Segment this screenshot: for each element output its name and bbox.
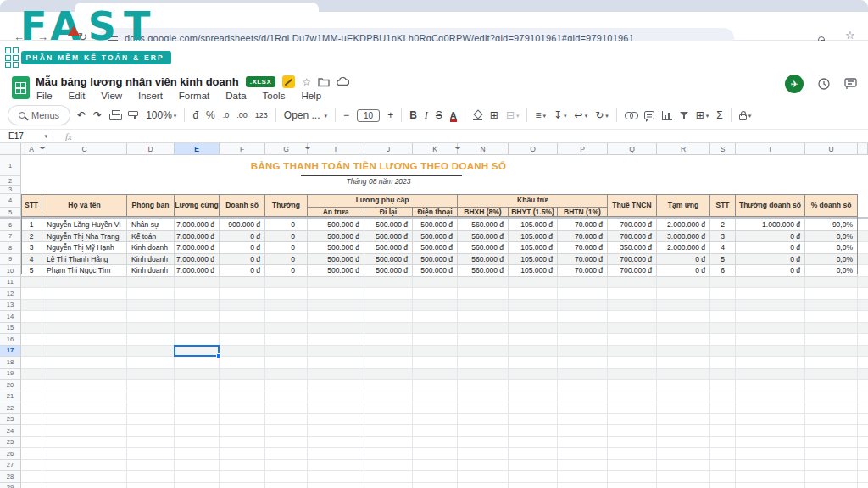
cell-r10-cF[interactable]: 0 đ (220, 265, 265, 277)
decrease-decimal-icon[interactable]: .0 (223, 112, 230, 119)
cell-r10-cK[interactable]: 500.000 đ (413, 265, 458, 277)
table-subheader-BHTN (1%)[interactable]: BHTN (1%) (558, 208, 608, 217)
cell-r6-cQ[interactable]: 700.000 đ (608, 219, 657, 231)
cell-r8-cO[interactable]: 105.000 đ (509, 242, 558, 254)
menu-file[interactable]: File (36, 91, 53, 101)
merge-cells-icon[interactable]: ⊟▾ (506, 110, 520, 120)
column-header-E[interactable]: E (175, 143, 220, 155)
cell-r8-cT[interactable]: 0 đ (736, 242, 805, 254)
table-header-STT[interactable]: STT (21, 194, 42, 217)
cell-r7-cG[interactable]: 0 (265, 231, 308, 243)
row-header-2[interactable]: 2 (0, 176, 21, 186)
row-header-22[interactable]: 22 (0, 402, 21, 414)
cell-r9-cU[interactable]: 0,0% (805, 254, 858, 266)
cell-r9-cG[interactable]: 0 (265, 254, 308, 266)
row-header-9[interactable]: 9 (0, 254, 21, 266)
undo-icon[interactable]: ↶ (77, 110, 86, 120)
cell-r9-cP[interactable]: 70.000 đ (558, 254, 608, 266)
cell-r7-cD[interactable]: Kế toán (127, 231, 175, 243)
cell-r6-cP[interactable]: 70.000 đ (558, 219, 608, 231)
browser-tab[interactable] (75, 3, 319, 12)
table-header-% doanh số[interactable]: % doanh số (805, 194, 858, 217)
cell-r6-cN[interactable]: 560.000 đ (458, 219, 509, 231)
cell-r7-cN[interactable]: 560.000 đ (458, 231, 509, 243)
row-header-8[interactable]: 8 (0, 242, 21, 254)
row-header-15[interactable]: 15 (0, 323, 21, 335)
cell-r8-cF[interactable]: 0 đ (220, 242, 265, 254)
name-box-caret-icon[interactable]: ▾ (44, 133, 47, 140)
cell-r10-cN[interactable]: 560.000 đ (458, 265, 509, 277)
increase-decimal-icon[interactable]: .00 (236, 112, 248, 119)
cell-r8-cS[interactable]: 4 (710, 242, 736, 254)
table-subheader-BHXH (8%)[interactable]: BHXH (8%) (458, 208, 509, 217)
fill-handle[interactable] (216, 353, 221, 358)
column-header-I[interactable]: I (308, 143, 364, 155)
cell-r8-cE[interactable]: 7.000.000 đ (175, 242, 220, 254)
cell-r9-cT[interactable]: 0 đ (736, 254, 805, 266)
menu-view[interactable]: View (101, 91, 122, 101)
more-formats-icon[interactable]: 123 (255, 112, 268, 119)
cell-r9-cD[interactable]: Kinh doanh (127, 254, 175, 266)
row-header-26[interactable]: 26 (0, 448, 21, 460)
cell-r10-cJ[interactable]: 500.000 đ (364, 265, 413, 277)
cell-r9-cJ[interactable]: 500.000 đ (364, 254, 413, 266)
cell-r7-cQ[interactable]: 700.000 đ (608, 231, 657, 243)
row-header-16[interactable]: 16 (0, 334, 21, 346)
cell-r6-cK[interactable]: 500.000 đ (413, 219, 458, 231)
table-header-STT[interactable]: STT (710, 194, 736, 217)
borders-icon[interactable]: ⊞ (490, 110, 498, 120)
cell-r6-cC[interactable]: Nguyễn Lăng Huyền Vi (42, 219, 127, 231)
cell-r9-cO[interactable]: 105.000 đ (509, 254, 558, 266)
name-box[interactable]: E17 ▾ (0, 131, 47, 141)
row-header-4[interactable]: 4 (0, 194, 21, 208)
cell-r7-cJ[interactable]: 500.000 đ (364, 231, 413, 243)
cell-r9-cK[interactable]: 500.000 đ (413, 254, 458, 266)
cell-r6-cF[interactable]: 900.000 đ (220, 219, 265, 231)
insert-comment-icon[interactable] (644, 111, 654, 119)
percent-format-icon[interactable]: % (206, 110, 215, 120)
bookmark-star-icon[interactable]: ☆ (845, 29, 855, 42)
strikethrough-icon[interactable]: S (436, 110, 442, 120)
row-header-14[interactable]: 14 (0, 311, 21, 323)
italic-icon[interactable]: I (425, 110, 428, 120)
row-header-29[interactable]: 29 (0, 483, 21, 488)
cell-r9-cQ[interactable]: 700.000 đ (608, 254, 657, 266)
cloud-status-icon[interactable] (337, 77, 349, 86)
menu-format[interactable]: Format (179, 91, 209, 101)
insert-link-icon[interactable] (625, 112, 637, 119)
cell-r9-cF[interactable]: 0 đ (220, 254, 265, 266)
cell-r6-cO[interactable]: 105.000 đ (509, 219, 558, 231)
cell-r10-cP[interactable]: 70.000 đ (558, 265, 608, 277)
text-rotate-icon[interactable]: ↻▾ (595, 110, 609, 120)
bold-icon[interactable]: B (409, 110, 417, 120)
column-header-partial[interactable] (858, 143, 868, 155)
table-subheader-BHYT (1.5%)[interactable]: BHYT (1.5%) (509, 208, 558, 217)
table-header-group-luong-phu-cap[interactable]: Lương phụ cấp (308, 194, 458, 208)
cell-r6-cG[interactable]: 0 (265, 219, 308, 231)
insert-chart-icon[interactable] (662, 111, 672, 120)
cell-r10-cI[interactable]: 500.000 đ (308, 265, 364, 277)
row-header-25[interactable]: 25 (0, 437, 21, 449)
menu-insert[interactable]: Insert (138, 91, 163, 101)
cell-r7-cS[interactable]: 3 (710, 231, 736, 243)
hidden-columns-marker[interactable]: ◂▸ (36, 144, 48, 150)
currency-format-icon[interactable]: đ (192, 110, 198, 120)
column-header-S[interactable]: S (710, 143, 736, 155)
paint-format-icon[interactable] (128, 110, 138, 120)
table-subheader-Điện thoại[interactable]: Điện thoại (413, 208, 458, 217)
cell-r8-cD[interactable]: Kinh doanh (127, 242, 175, 254)
star-icon[interactable]: ☆ (302, 76, 311, 88)
column-header-D[interactable]: D (127, 143, 175, 155)
row-header-12[interactable]: 12 (0, 288, 21, 300)
cell-r9-cC[interactable]: Lê Thị Thanh Hằng (42, 254, 127, 266)
menus-search-pill[interactable]: Menus (8, 106, 70, 125)
cell-r8-cG[interactable]: 0 (265, 242, 308, 254)
column-header-R[interactable]: R (657, 143, 710, 155)
cell-r10-cC[interactable]: Phạm Thị Ngọc Tìm (42, 265, 127, 277)
menu-help[interactable]: Help (301, 91, 321, 101)
document-title[interactable]: Mẫu bảng lương nhân viên kinh doanh (36, 75, 239, 88)
hidden-columns-marker[interactable]: ◂▸ (302, 144, 314, 150)
cell-r10-cO[interactable]: 105.000 đ (509, 265, 558, 277)
comment-history-icon[interactable] (844, 78, 858, 90)
cell-r6-cI[interactable]: 500.000 đ (308, 219, 364, 231)
